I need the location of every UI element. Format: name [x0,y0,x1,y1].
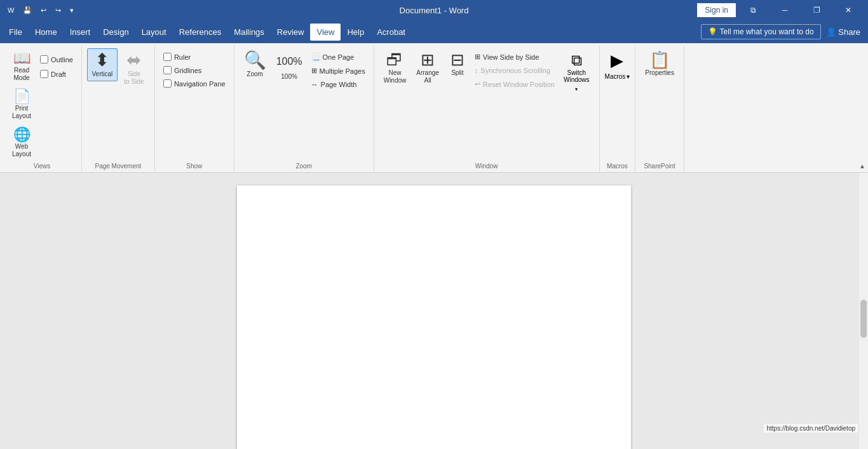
signin-button[interactable]: Sign in [697,3,736,17]
zoom-group-label: Zoom [240,161,369,172]
one-page-button[interactable]: 📃 One Page [308,51,369,63]
lightbulb-icon: 💡 [708,27,717,36]
menu-help[interactable]: Help [341,23,370,41]
macros-label: Macros [605,73,626,80]
menu-references[interactable]: References [173,23,227,41]
switch-windows-button[interactable]: ⧉ SwitchWindows ▾ [559,48,594,93]
scrollbar[interactable] [859,173,868,449]
view-side-by-side-button[interactable]: ⊞ View Side by Side [471,51,558,63]
outline-button[interactable]: Outline [37,53,76,65]
read-mode-label: ReadMode [14,67,30,82]
menu-home[interactable]: Home [29,23,64,41]
ribbon-group-macros: ▶ Macros ▾ Macros [600,46,636,172]
menu-review[interactable]: Review [271,23,311,41]
minimize-button[interactable]: ─ [770,0,799,20]
scroll-thumb[interactable] [860,300,867,338]
properties-button[interactable]: 📋 Properties [641,48,679,80]
print-layout-button[interactable]: 📄 PrintLayout [8,86,36,123]
page-width-icon: ↔ [311,81,318,88]
share-button[interactable]: 👤 Share [826,27,860,37]
menu-view[interactable]: View [310,23,341,41]
share-icon: 👤 [826,27,836,37]
zoom-label: Zoom [247,70,263,78]
draft-label: Draft [51,70,66,78]
title-bar-left: W 💾 ↩ ↪ ▾ [5,5,76,16]
synchronous-scrolling-button[interactable]: ↕ Synchronous Scrolling [471,65,558,76]
view-side-by-side-icon: ⊞ [475,53,480,61]
navigation-pane-label: Navigation Pane [174,80,226,88]
navigation-pane-checkbox[interactable] [163,79,172,88]
tell-me-input[interactable]: 💡 Tell me what you want to do [701,24,821,39]
menu-insert[interactable]: Insert [64,23,97,41]
new-window-icon: 🗗 [386,51,403,68]
ribbon-group-zoom: 🔍 Zoom 100% 100% 📃 One Page ⊞ Multiple P… [234,46,374,172]
synchronous-scrolling-icon: ↕ [475,67,478,74]
reset-window-position-button[interactable]: ↩ Reset Window Position [471,78,558,90]
macros-icon: ▶ [608,48,626,73]
navigation-pane-checkbox-label[interactable]: Navigation Pane [160,77,229,90]
new-window-button[interactable]: 🗗 NewWindow [379,48,411,88]
side-to-side-icon: ⬌ [126,51,141,69]
reset-window-position-icon: ↩ [475,80,480,88]
ruler-checkbox-label[interactable]: Ruler [160,51,229,63]
macros-label-row: Macros ▾ [605,73,630,80]
tell-me-label: Tell me what you want to do [720,27,814,36]
views-content: 📖 ReadMode 📄 PrintLayout 🌐 WebLayout Out… [8,48,76,161]
outline-checkbox[interactable] [40,55,48,64]
switch-windows-label: SwitchWindows [564,69,590,83]
one-page-label: One Page [323,53,355,61]
ribbon-group-window: 🗗 NewWindow ⊞ ArrangeAll ⊟ Split ⊞ View … [374,46,600,172]
gridlines-checkbox-label[interactable]: Gridlines [160,64,229,76]
vertical-button[interactable]: ⬍ Vertical [87,48,118,81]
menu-file[interactable]: File [3,23,29,41]
arrange-all-label: ArrangeAll [416,69,439,84]
page-movement-content: ⬍ Vertical ⬌ Sideto Side [87,48,149,161]
zoom-100-icon: 100% [276,51,302,72]
menu-acrobat[interactable]: Acrobat [370,23,412,41]
word-icon-button[interactable]: W [5,5,17,15]
ribbon-group-views: 📖 ReadMode 📄 PrintLayout 🌐 WebLayout Out… [3,46,82,172]
side-to-side-label: Sideto Side [124,70,144,86]
page-width-button[interactable]: ↔ Page Width [308,79,369,90]
read-mode-icon: 📖 [13,51,31,65]
show-checkboxes: Ruler Gridlines Navigation Pane [160,48,229,90]
redo-qat-button[interactable]: ↪ [53,5,64,16]
maximize-button[interactable]: ❐ [802,0,831,20]
document-page [237,185,631,449]
qat-dropdown-button[interactable]: ▾ [67,5,76,16]
menu-layout[interactable]: Layout [135,23,173,41]
macros-content: ▶ Macros ▾ [605,48,630,161]
macros-arrow: ▾ [627,73,630,80]
split-icon: ⊟ [451,51,465,68]
multiple-pages-button[interactable]: ⊞ Multiple Pages [308,65,369,77]
web-layout-button[interactable]: 🌐 WebLayout [8,124,36,161]
arrange-all-button[interactable]: ⊞ ArrangeAll [412,48,444,88]
read-mode-button[interactable]: 📖 ReadMode [8,48,36,85]
zoom-button[interactable]: 🔍 Zoom [240,48,271,81]
print-layout-icon: 📄 [13,90,31,104]
menu-design[interactable]: Design [97,23,135,41]
undo-qat-button[interactable]: ↩ [38,5,49,16]
zoom-100-button[interactable]: 100% 100% [272,48,307,84]
draft-button[interactable]: Draft [37,68,76,80]
switch-windows-arrow[interactable]: ▾ [559,85,594,93]
close-button[interactable]: ✕ [834,0,863,20]
ribbon-collapse-button[interactable]: ▲ [859,163,865,170]
gridlines-label: Gridlines [174,67,201,74]
sharepoint-content: 📋 Properties [641,48,679,161]
draft-checkbox[interactable] [40,70,48,78]
macros-split-button[interactable]: ▶ Macros ▾ [605,48,630,80]
gridlines-checkbox[interactable] [163,66,172,74]
side-to-side-button[interactable]: ⬌ Sideto Side [119,48,149,89]
switch-windows-main[interactable]: ⧉ SwitchWindows [559,48,594,85]
split-button[interactable]: ⊟ Split [445,48,470,80]
document-area [0,173,868,449]
save-qat-button[interactable]: 💾 [20,5,34,16]
ruler-checkbox[interactable] [163,53,172,61]
switch-windows-icon: ⧉ [571,51,582,69]
restore-down-button[interactable]: ⧉ [738,0,768,20]
menu-mailings[interactable]: Mailings [227,23,271,41]
title-bar: W 💾 ↩ ↪ ▾ Document1 - Word Sign in ⧉ ─ ❐… [0,0,868,20]
ribbon-group-page-movement: ⬍ Vertical ⬌ Sideto Side Page Movement [82,46,155,172]
window-group-label: Window [379,161,594,172]
